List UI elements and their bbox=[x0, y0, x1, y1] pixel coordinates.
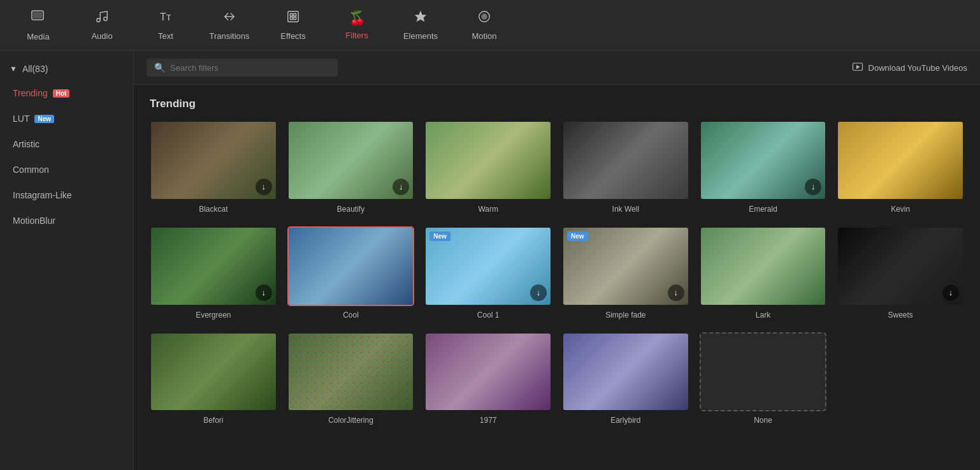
filter-item-blackcat[interactable]: ↓ Blackcat bbox=[150, 121, 277, 214]
download-icon-cool1[interactable]: ↓ bbox=[530, 284, 547, 301]
sidebar-all-label: All(83) bbox=[22, 64, 48, 74]
download-icon-emerald[interactable]: ↓ bbox=[805, 179, 821, 195]
section-title: Trending bbox=[150, 98, 964, 110]
download-youtube-btn[interactable]: Download YouTube Videos bbox=[852, 61, 967, 75]
nav-text-label: Text bbox=[158, 31, 173, 41]
filter-name-earlybird: Earlybird bbox=[610, 416, 640, 425]
filter-thumb-cool bbox=[287, 226, 415, 306]
sidebar-trending-label: Trending bbox=[13, 88, 48, 98]
svg-point-2 bbox=[97, 18, 101, 22]
nav-effects-label: Effects bbox=[280, 31, 306, 41]
sidebar-item-lut[interactable]: LUT New bbox=[0, 106, 133, 131]
nav-motion[interactable]: Motion bbox=[452, 0, 516, 51]
lut-new-badge: New bbox=[34, 115, 54, 123]
filter-item-beautify[interactable]: ↓ Beautify bbox=[287, 121, 415, 214]
nav-audio[interactable]: Audio bbox=[70, 0, 134, 51]
svg-rect-5 bbox=[288, 11, 299, 22]
filter-item-cool[interactable]: Cool bbox=[287, 226, 415, 319]
filter-name-1977: 1977 bbox=[480, 416, 497, 425]
nav-text[interactable]: Tт Text bbox=[134, 0, 198, 51]
effects-icon bbox=[286, 10, 300, 27]
filter-thumb-cool1: New ↓ bbox=[424, 226, 552, 306]
filter-item-colorjittering[interactable]: ColorJittering bbox=[287, 332, 415, 425]
filter-grid-area: Trending ↓ Blackcat ↓ Be bbox=[134, 85, 980, 470]
sidebar-item-instagram[interactable]: Instagram-Like bbox=[0, 182, 133, 208]
nav-audio-label: Audio bbox=[91, 31, 112, 41]
filter-thumb-warm bbox=[424, 121, 552, 200]
sidebar-instagram-label: Instagram-Like bbox=[13, 190, 72, 200]
download-icon-simplefade[interactable]: ↓ bbox=[668, 284, 684, 301]
svg-rect-7 bbox=[294, 13, 296, 16]
cool1-new-badge: New bbox=[429, 231, 450, 241]
sidebar-motionblur-label: MotionBlur bbox=[13, 216, 55, 226]
sidebar-item-trending[interactable]: Trending Hot bbox=[0, 80, 133, 106]
audio-icon bbox=[95, 10, 109, 27]
search-input[interactable] bbox=[170, 63, 330, 73]
nav-effects[interactable]: Effects bbox=[261, 0, 325, 51]
filters-icon: 🍒 bbox=[349, 10, 366, 27]
filter-item-evergreen[interactable]: ↓ Evergreen bbox=[150, 226, 277, 319]
sidebar: ▼ All(83) Trending Hot LUT New Artistic … bbox=[0, 51, 134, 470]
filter-thumb-blackcat: ↓ bbox=[150, 121, 277, 200]
nav-motion-label: Motion bbox=[472, 31, 496, 41]
motion-icon bbox=[477, 10, 491, 27]
filter-grid-row1: ↓ Blackcat ↓ Beautify bbox=[150, 121, 964, 214]
filter-item-cool1[interactable]: New ↓ Cool 1 bbox=[424, 226, 552, 319]
filter-thumb-none bbox=[700, 332, 827, 412]
filter-thumb-colorjittering bbox=[287, 332, 415, 412]
nav-filters[interactable]: 🍒 Filters bbox=[325, 0, 389, 51]
svg-text:Tт: Tт bbox=[160, 11, 171, 22]
sidebar-item-motionblur[interactable]: MotionBlur bbox=[0, 208, 133, 233]
sidebar-item-artistic[interactable]: Artistic bbox=[0, 131, 133, 157]
nav-elements-label: Elements bbox=[403, 31, 438, 41]
filter-grid-row2: ↓ Evergreen Cool New ↓ bbox=[150, 226, 964, 319]
filter-item-earlybird[interactable]: Earlybird bbox=[562, 332, 689, 425]
sidebar-all-header[interactable]: ▼ All(83) bbox=[0, 57, 133, 80]
sidebar-item-common[interactable]: Common bbox=[0, 157, 133, 182]
download-icon-sweets[interactable]: ↓ bbox=[942, 284, 959, 301]
search-icon: 🔍 bbox=[154, 62, 165, 73]
filter-item-warm[interactable]: Warm bbox=[424, 121, 552, 214]
filter-item-sweets[interactable]: ↓ Sweets bbox=[837, 226, 964, 319]
filter-name-befori: Befori bbox=[203, 416, 223, 425]
nav-media[interactable]: Media bbox=[6, 0, 70, 51]
filter-item-none[interactable]: None bbox=[700, 332, 827, 425]
filter-name-emerald: Emerald bbox=[749, 205, 777, 214]
search-bar: 🔍 Download YouTube Videos bbox=[134, 51, 980, 85]
filter-item-simplefade[interactable]: New ↓ Simple fade bbox=[562, 226, 689, 319]
media-icon bbox=[31, 9, 46, 28]
svg-point-12 bbox=[481, 13, 487, 19]
top-nav: Media Audio Tт Text Transitions Effects … bbox=[0, 0, 980, 51]
svg-marker-10 bbox=[415, 11, 426, 22]
nav-transitions[interactable]: Transitions bbox=[198, 0, 261, 51]
elements-icon bbox=[414, 10, 428, 27]
download-icon-beautify[interactable]: ↓ bbox=[393, 179, 409, 195]
svg-rect-1 bbox=[33, 12, 42, 18]
filter-item-emerald[interactable]: ↓ Emerald bbox=[700, 121, 827, 214]
sidebar-artistic-label: Artistic bbox=[13, 139, 40, 149]
nav-elements[interactable]: Elements bbox=[389, 0, 452, 51]
filter-name-inkwell: Ink Well bbox=[612, 205, 639, 214]
filter-thumb-earlybird bbox=[562, 332, 689, 412]
sidebar-lut-label: LUT bbox=[13, 114, 29, 124]
filter-name-warm: Warm bbox=[478, 205, 498, 214]
filter-item-kevin[interactable]: Kevin bbox=[837, 121, 964, 214]
filter-thumb-inkwell bbox=[562, 121, 689, 200]
filter-thumb-lark bbox=[700, 226, 827, 306]
nav-media-label: Media bbox=[27, 32, 49, 41]
svg-point-3 bbox=[104, 17, 108, 20]
filter-item-lark[interactable]: Lark bbox=[700, 226, 827, 319]
simplefade-new-badge: New bbox=[567, 231, 588, 241]
filter-thumb-simplefade: New ↓ bbox=[562, 226, 689, 306]
filter-thumb-beautify: ↓ bbox=[287, 121, 415, 200]
trending-hot-badge: Hot bbox=[53, 89, 70, 98]
download-icon-blackcat[interactable]: ↓ bbox=[256, 179, 272, 195]
filter-item-1977[interactable]: 1977 bbox=[424, 332, 552, 425]
filter-name-evergreen: Evergreen bbox=[196, 311, 231, 319]
download-icon-evergreen[interactable]: ↓ bbox=[256, 284, 272, 301]
search-input-wrap[interactable]: 🔍 bbox=[147, 59, 338, 77]
filter-thumb-befori bbox=[150, 332, 277, 412]
svg-rect-8 bbox=[290, 17, 292, 20]
filter-item-inkwell[interactable]: Ink Well bbox=[562, 121, 689, 214]
filter-item-befori[interactable]: Befori bbox=[150, 332, 277, 425]
